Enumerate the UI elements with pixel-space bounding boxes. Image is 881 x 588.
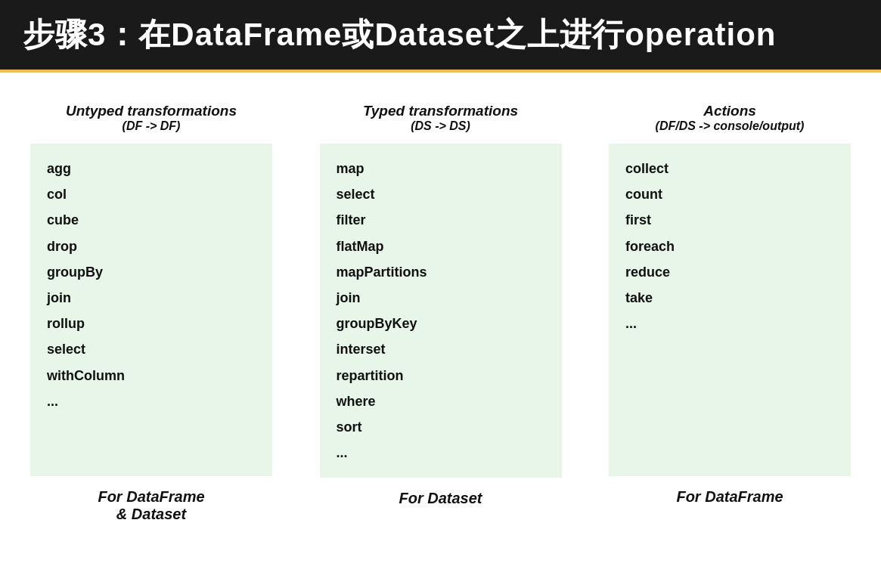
columns-wrapper: Untyped transformations (DF -> DF) agg c…: [30, 103, 851, 523]
list-item: foreach: [625, 234, 834, 259]
column-typed: Typed transformations (DS -> DS) map sel…: [320, 103, 562, 507]
header: 步骤3：在DataFrame或Dataset之上进行operation: [0, 0, 881, 73]
list-item: rollup: [47, 311, 256, 336]
column-typed-subtitle: (DS -> DS): [363, 119, 518, 133]
column-actions-footer: For DataFrame: [676, 488, 783, 506]
list-item: col: [47, 181, 256, 207]
list-item: ...: [625, 311, 834, 336]
column-typed-box: map select filter flatMap mapPartitions …: [320, 144, 562, 478]
list-item: filter: [337, 207, 545, 233]
list-item: count: [625, 181, 834, 207]
main-content: Untyped transformations (DF -> DF) agg c…: [0, 73, 881, 538]
column-untyped-subtitle: (DF -> DF): [66, 119, 237, 133]
list-item: groupBy: [47, 259, 256, 285]
column-untyped-footer: For DataFrame & Dataset: [98, 488, 204, 523]
list-item: map: [337, 156, 545, 181]
column-typed-header: Typed transformations (DS -> DS): [363, 103, 518, 133]
list-item: join: [47, 285, 256, 311]
column-typed-title: Typed transformations: [363, 103, 518, 119]
list-item: select: [337, 181, 545, 207]
list-item: groupByKey: [337, 311, 545, 336]
column-actions: Actions (DF/DS -> console/output) collec…: [609, 103, 851, 506]
list-item: join: [337, 285, 545, 311]
column-untyped-box: agg col cube drop groupBy join rollup se…: [30, 144, 272, 476]
column-actions-header: Actions (DF/DS -> console/output): [656, 103, 805, 133]
list-item: take: [625, 285, 834, 311]
column-actions-title: Actions: [656, 103, 805, 119]
list-item: ...: [47, 388, 256, 414]
list-item: interset: [337, 336, 545, 362]
column-typed-footer: For Dataset: [399, 490, 482, 507]
column-typed-footer-line1: For Dataset: [399, 490, 482, 507]
page-title: 步骤3：在DataFrame或Dataset之上进行operation: [23, 14, 858, 56]
list-item: cube: [47, 207, 256, 233]
list-item: withColumn: [47, 363, 256, 388]
column-untyped-footer-line1: For DataFrame: [98, 488, 204, 506]
column-untyped-title: Untyped transformations: [66, 103, 237, 119]
list-item: where: [337, 388, 545, 414]
list-item: flatMap: [337, 234, 545, 259]
list-item: repartition: [337, 363, 545, 388]
column-untyped-header: Untyped transformations (DF -> DF): [66, 103, 237, 133]
list-item: collect: [625, 156, 834, 181]
column-actions-box: collect count first foreach reduce take …: [609, 144, 851, 476]
column-actions-footer-line1: For DataFrame: [676, 488, 783, 506]
list-item: ...: [337, 440, 545, 466]
column-untyped-footer-line2: & Dataset: [98, 506, 204, 523]
column-actions-subtitle: (DF/DS -> console/output): [656, 119, 805, 133]
list-item: first: [625, 207, 834, 233]
column-untyped: Untyped transformations (DF -> DF) agg c…: [30, 103, 272, 523]
list-item: drop: [47, 234, 256, 259]
list-item: select: [47, 336, 256, 362]
list-item: sort: [337, 414, 545, 440]
list-item: mapPartitions: [337, 259, 545, 285]
list-item: agg: [47, 156, 256, 181]
list-item: reduce: [625, 259, 834, 285]
